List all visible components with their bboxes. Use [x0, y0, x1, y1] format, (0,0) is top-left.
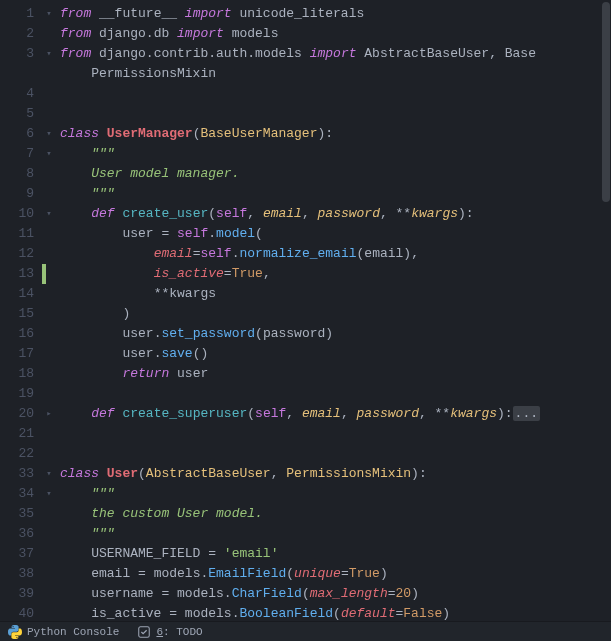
fold-collapsed-icon[interactable]: ▸	[42, 404, 56, 424]
status-bar: Python Console 6: TODO	[0, 621, 611, 641]
fold-expanded-icon[interactable]: ▾	[42, 484, 56, 504]
code-line[interactable]: USERNAME_FIELD = 'email'	[60, 544, 611, 564]
fold-empty	[42, 384, 56, 404]
line-number[interactable]: 11	[4, 224, 34, 244]
fold-expanded-icon[interactable]: ▾	[42, 464, 56, 484]
fold-empty	[42, 444, 56, 464]
line-number[interactable]: 18	[4, 364, 34, 384]
code-line[interactable]: is_active = models.BooleanField(default=…	[60, 604, 611, 621]
code-line[interactable]: """	[60, 184, 611, 204]
fold-empty	[42, 544, 56, 564]
code-line[interactable]: """	[60, 484, 611, 504]
code-line[interactable]	[60, 84, 611, 104]
fold-expanded-icon[interactable]: ▾	[42, 144, 56, 164]
fold-expanded-icon[interactable]: ▾	[42, 44, 56, 64]
fold-empty	[42, 604, 56, 621]
code-line[interactable]: **kwargs	[60, 284, 611, 304]
line-number[interactable]: 40	[4, 604, 34, 621]
line-number[interactable]: 10	[4, 204, 34, 224]
line-number[interactable]: 2	[4, 24, 34, 44]
python-console-label: Python Console	[27, 626, 119, 638]
line-number[interactable]: 13	[4, 264, 34, 284]
line-number-gutter[interactable]: 1234567891011121314151617181920212233343…	[0, 0, 42, 621]
code-line[interactable]: user.save()	[60, 344, 611, 364]
line-number[interactable]: 1	[4, 4, 34, 24]
fold-column[interactable]: ▾▾▾▾▾▸▾▾	[42, 0, 56, 621]
code-line[interactable]	[60, 104, 611, 124]
line-number[interactable]	[4, 64, 34, 84]
line-number[interactable]: 39	[4, 584, 34, 604]
code-line[interactable]: )	[60, 304, 611, 324]
editor-area: 1234567891011121314151617181920212233343…	[0, 0, 611, 621]
line-number[interactable]: 5	[4, 104, 34, 124]
line-number[interactable]: 21	[4, 424, 34, 444]
code-line[interactable]: class UserManager(BaseUserManager):	[60, 124, 611, 144]
line-number[interactable]: 35	[4, 504, 34, 524]
code-line[interactable]	[60, 424, 611, 444]
python-console-button[interactable]: Python Console	[8, 625, 119, 639]
line-number[interactable]: 33	[4, 464, 34, 484]
fold-empty	[42, 224, 56, 244]
fold-empty	[42, 84, 56, 104]
line-number[interactable]: 37	[4, 544, 34, 564]
line-number[interactable]: 20	[4, 404, 34, 424]
fold-empty	[42, 344, 56, 364]
line-number[interactable]: 22	[4, 444, 34, 464]
fold-empty	[42, 164, 56, 184]
code-line[interactable]: from __future__ import unicode_literals	[60, 4, 611, 24]
todo-button[interactable]: 6: TODO	[137, 625, 202, 639]
line-number[interactable]: 15	[4, 304, 34, 324]
fold-empty	[42, 104, 56, 124]
line-number[interactable]: 9	[4, 184, 34, 204]
vertical-scrollbar[interactable]	[601, 0, 611, 621]
fold-empty	[42, 524, 56, 544]
code-line[interactable]: email = models.EmailField(unique=True)	[60, 564, 611, 584]
line-number[interactable]: 12	[4, 244, 34, 264]
fold-expanded-icon[interactable]: ▾	[42, 204, 56, 224]
todo-icon	[137, 625, 151, 639]
code-content[interactable]: from __future__ import unicode_literalsf…	[56, 0, 611, 621]
code-line[interactable]: def create_superuser(self, email, passwo…	[60, 404, 611, 424]
code-line[interactable]	[60, 444, 611, 464]
line-number[interactable]: 8	[4, 164, 34, 184]
line-number[interactable]: 16	[4, 324, 34, 344]
line-number[interactable]: 4	[4, 84, 34, 104]
code-line[interactable]: is_active=True,	[60, 264, 611, 284]
fold-expanded-icon[interactable]: ▾	[42, 4, 56, 24]
line-number[interactable]: 3	[4, 44, 34, 64]
code-line[interactable]: def create_user(self, email, password, *…	[60, 204, 611, 224]
line-number[interactable]: 38	[4, 564, 34, 584]
line-number[interactable]: 36	[4, 524, 34, 544]
line-number[interactable]: 34	[4, 484, 34, 504]
python-icon	[8, 625, 22, 639]
code-line[interactable]: the custom User model.	[60, 504, 611, 524]
svg-rect-0	[139, 626, 150, 637]
fold-empty	[42, 584, 56, 604]
code-line[interactable]: email=self.normalize_email(email),	[60, 244, 611, 264]
fold-empty	[42, 24, 56, 44]
code-line[interactable]	[60, 384, 611, 404]
fold-empty	[42, 324, 56, 344]
line-number[interactable]: 17	[4, 344, 34, 364]
fold-empty	[42, 284, 56, 304]
fold-empty	[42, 244, 56, 264]
code-line[interactable]: User model manager.	[60, 164, 611, 184]
code-line[interactable]: """	[60, 524, 611, 544]
code-line[interactable]: username = models.CharField(max_length=2…	[60, 584, 611, 604]
scrollbar-thumb[interactable]	[602, 2, 610, 202]
fold-expanded-icon[interactable]: ▾	[42, 124, 56, 144]
fold-empty	[42, 364, 56, 384]
fold-empty	[42, 184, 56, 204]
line-number[interactable]: 14	[4, 284, 34, 304]
code-line[interactable]: user.set_password(password)	[60, 324, 611, 344]
code-line[interactable]: user = self.model(	[60, 224, 611, 244]
line-number[interactable]: 19	[4, 384, 34, 404]
code-line[interactable]: from django.db import models	[60, 24, 611, 44]
code-line[interactable]: """	[60, 144, 611, 164]
code-line[interactable]: from django.contrib.auth.models import A…	[60, 44, 611, 64]
code-line[interactable]: class User(AbstractBaseUser, Permissions…	[60, 464, 611, 484]
line-number[interactable]: 7	[4, 144, 34, 164]
line-number[interactable]: 6	[4, 124, 34, 144]
code-line[interactable]: PermissionsMixin	[60, 64, 611, 84]
code-line[interactable]: return user	[60, 364, 611, 384]
